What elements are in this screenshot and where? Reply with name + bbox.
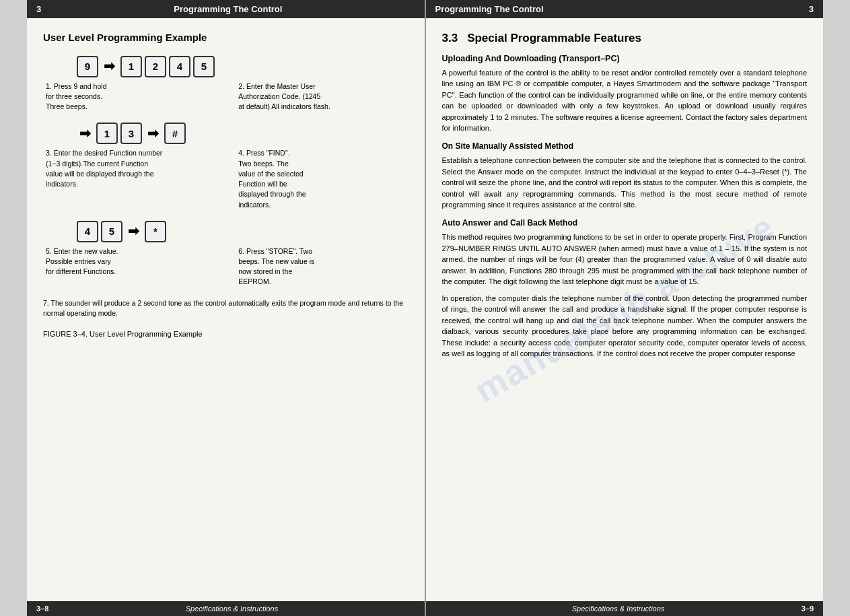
- step3-text: 3. Enter the desired Function number(1−3…: [46, 149, 162, 188]
- key-9: 9: [77, 56, 98, 77]
- sub1-title: On Site Manually Assisted Method: [442, 141, 808, 152]
- diagram3-steps: 5. Enter the new value.Possible entries …: [43, 246, 409, 287]
- key-star: *: [145, 221, 166, 242]
- figure-caption: FIGURE 3–4. User Level Programming Examp…: [43, 329, 409, 340]
- key-3: 3: [120, 123, 142, 144]
- right-page-footer: Specifications & Instructions 3–9: [426, 601, 824, 616]
- diagram2-step1: 3. Enter the desired Function number(1−3…: [43, 148, 215, 209]
- left-page-content: User Level Programming Example 9 ➡ 1 2 4…: [27, 18, 425, 349]
- right-page-header: Programming The Control 3: [426, 0, 824, 18]
- right-page-content: 3.3 Special Programmable Features Upload…: [426, 18, 824, 374]
- diagram1-step2: 2. Enter the Master UserAuthorization Co…: [236, 81, 408, 112]
- right-section-title: Special Programmable Features: [467, 30, 641, 47]
- left-footer-title: Specifications & Instructions: [186, 605, 279, 613]
- key-5b: 5: [101, 221, 122, 242]
- step7-text: 7. The sounder will produce a 2 second t…: [43, 299, 403, 317]
- right-section-heading: 3.3 Special Programmable Features: [442, 30, 808, 47]
- key-4b: 4: [77, 221, 98, 242]
- subsection-body: A powerful feature of the control is the…: [442, 67, 808, 134]
- arrow3: ➡: [128, 221, 139, 241]
- left-section-title: User Level Programming Example: [43, 30, 409, 45]
- diagram2: ➡ 1 3 ➡ # 3. Enter the desired Function …: [43, 123, 409, 209]
- right-page: manualslib archive Programming The Contr…: [426, 0, 824, 616]
- step4-text: 4. Press "FIND".Two beeps. Thevalue of t…: [238, 149, 306, 208]
- right-footer-pagenum: 3–9: [802, 605, 814, 613]
- step7: 7. The sounder will produce a 2 second t…: [43, 298, 409, 318]
- sub2-title: Auto Answer and Call Back Method: [442, 217, 808, 229]
- arrow2a: ➡: [79, 124, 91, 143]
- subsection-title: Uploading And Downloading (Transport–PC): [442, 53, 808, 65]
- key-hash: #: [164, 123, 186, 144]
- diagram1-keys: 9 ➡ 1 2 4 5: [77, 56, 409, 77]
- diagram1: 9 ➡ 1 2 4 5 1. Press 9 and holdfor three…: [43, 56, 409, 112]
- step1-text: 1. Press 9 and holdfor three seconds.Thr…: [46, 82, 106, 110]
- left-page-header: 3 Programming The Control: [27, 0, 425, 18]
- key-4: 4: [169, 56, 190, 77]
- diagram2-steps: 3. Enter the desired Function number(1−3…: [43, 148, 409, 209]
- step5-text: 5. Enter the new value.Possible entries …: [46, 247, 118, 275]
- step6-text: 6. Press "STORE". Twobeeps. The new valu…: [238, 247, 314, 286]
- right-footer-title: Specifications & Instructions: [572, 605, 665, 613]
- diagram1-steps: 1. Press 9 and holdfor three seconds.Thr…: [43, 81, 409, 112]
- section-number: 3.3: [442, 30, 458, 47]
- key-1: 1: [120, 56, 142, 77]
- sub2-body: This method requires two programming fun…: [442, 232, 808, 287]
- diagram2-step2: 4. Press "FIND".Two beeps. Thevalue of t…: [236, 148, 408, 209]
- diagram3-keys: 4 5 ➡ *: [77, 221, 409, 242]
- left-page-number: 3: [36, 4, 41, 14]
- sub2-body2: In operation, the computer dials the tel…: [442, 293, 808, 360]
- right-page-title: Programming The Control: [435, 4, 544, 14]
- arrow2b: ➡: [147, 124, 159, 143]
- diagram1-step1: 1. Press 9 and holdfor three seconds.Thr…: [43, 81, 215, 112]
- sub1-body: Establish a telephone connection between…: [442, 155, 808, 211]
- right-page-number: 3: [809, 4, 814, 14]
- diagram3-step2: 6. Press "STORE". Twobeeps. The new valu…: [236, 246, 408, 287]
- diagram3: 4 5 ➡ * 5. Enter the new value.Possible …: [43, 221, 409, 287]
- left-footer-pagenum: 3–8: [36, 605, 48, 613]
- key-1b: 1: [96, 123, 118, 144]
- left-page-title: Programming The Control: [174, 4, 282, 14]
- arrow1: ➡: [104, 57, 115, 76]
- key-5: 5: [193, 56, 215, 77]
- diagram2-keys: ➡ 1 3 ➡ #: [77, 123, 409, 144]
- step2-text: 2. Enter the Master UserAuthorization Co…: [238, 82, 330, 110]
- diagram3-step1: 5. Enter the new value.Possible entries …: [43, 246, 215, 287]
- key-2: 2: [145, 56, 166, 77]
- left-page-footer: 3–8 Specifications & Instructions: [27, 601, 425, 616]
- left-page: 3 Programming The Control User Level Pro…: [27, 0, 426, 616]
